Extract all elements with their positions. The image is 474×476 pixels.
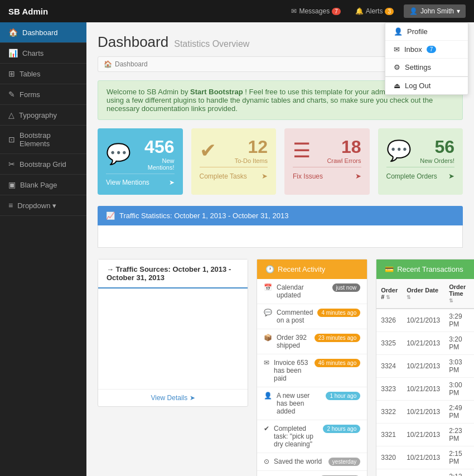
traffic-sources-panel: → Traffic Sources: October 1, 2013 - Oct… [98,259,248,476]
navbar-right: ✉ Messages 7 🔔 Alerts 3 👤 John Smith ▾ [287,4,466,18]
sidebar-item-tables[interactable]: ⊞ Tables [0,64,86,84]
logout-icon: ⏏ [394,81,400,90]
chevron-down-icon: ▾ [457,7,460,15]
user-dropdown-menu: 👤 Profile ✉ Inbox 7 ⚙ Settings ⏏ Log Out [385,22,468,95]
table-row: 3320 10/21/2013 2:15 PM $5663.54 [376,446,474,469]
alerts-button[interactable]: 🔔 Alerts 3 [351,5,398,17]
traffic-chart-area [98,289,248,389]
recent-activity-header: 🕐 Recent Activity [257,259,367,279]
recent-activity-panel: 🕐 Recent Activity 📅 Calendar updated jus… [257,259,367,476]
tables-icon: ⊞ [8,69,15,78]
activity-time: 1 hour ago [326,392,360,400]
complete-tasks-link[interactable]: Complete Tasks [200,172,247,180]
gear-icon: ⚙ [394,63,400,71]
settings-link[interactable]: ⚙ Settings [385,59,468,76]
sidebar-item-forms[interactable]: ✎ Forms [0,84,86,105]
activity-item: 📦 Order 392 shipped 23 minutes ago [257,329,367,354]
chart-icon: 📈 [106,211,115,220]
inbox-badge: 7 [427,46,437,53]
sidebar-item-dashboard[interactable]: 🏠 Dashboard [0,22,86,43]
lower-sections: → Traffic Sources: October 1, 2013 - Oct… [98,259,463,476]
col-time: Order Time ⇅ [444,279,470,309]
arrow-right-icon: ➤ [169,179,175,186]
elements-icon: ⊡ [8,135,15,144]
traffic-sources-header: → Traffic Sources: October 1, 2013 - Oct… [98,259,248,289]
user-icon: 👤 [409,7,418,15]
arrow-right-icon: ➤ [355,172,361,180]
profile-link[interactable]: 👤 Profile [385,23,468,41]
fix-issues-link[interactable]: Fix Issues [293,172,323,180]
messages-button[interactable]: ✉ Messages 7 [287,5,345,17]
orders-icon: 💬 [386,139,412,162]
activity-item: ✉ Invoice 653 has been paid 46 minutes a… [257,354,367,387]
transactions-table: Order # ⇅ Order Date ⇅ Order Time ⇅ Amou… [376,279,474,476]
recent-transactions-panel: 💳 Recent Transactions Order # ⇅ Order Da… [376,259,474,476]
bell-icon: 🔔 [355,7,364,15]
stat-card-todo: ✔ 12 To-Do Items Complete Tasks ➤ [191,128,277,195]
user-dropdown-button[interactable]: 👤 John Smith ▾ [404,4,466,18]
table-row: 3319 10/21/2013 2:13 PM $943.45 [376,469,474,477]
activity-list: 📅 Calendar updated just now 💬 Commented … [257,279,367,476]
arrow-right-icon: ➤ [262,172,268,180]
page-title: Dashboard [98,33,168,51]
traffic-stats-section: 📈 Traffic Statistics: October 1, 2013 - … [98,206,463,248]
dashboard-icon: 🏠 [8,28,18,37]
package-icon: 📦 [264,334,272,342]
logout-link[interactable]: ⏏ Log Out [385,77,468,94]
activity-time: yesterday [328,458,360,466]
activity-time: just now [332,283,361,292]
view-details-link[interactable]: View Details ➤ [98,389,248,406]
globe-icon: ⊙ [264,458,269,465]
errors-icon: ☰ [293,139,311,162]
sidebar-item-typography[interactable]: △ Typography [0,105,86,126]
sidebar: 🏠 Dashboard 📊 Charts ⊞ Tables ✎ Forms △ … [0,22,86,476]
table-row: 3323 10/21/2013 3:00 PM $23.71 [376,378,474,401]
invoice-icon: ✉ [264,359,269,367]
user-add-icon: 👤 [264,392,272,400]
stat-card-errors: ☰ 18 Crawl Errors Fix Issues ➤ [284,128,370,195]
home-icon: 🏠 [104,60,112,68]
envelope-icon: ✉ [291,7,297,15]
sidebar-item-dropdown[interactable]: ≡ Dropdown ▾ [0,195,86,216]
col-order: Order # ⇅ [376,279,402,309]
activity-item: ⊙ Saved the world yesterday [257,453,367,471]
page-subtitle: Statistics Overview [174,39,249,49]
activity-time: 46 minutes ago [315,359,360,367]
activity-item: 📅 Calendar updated just now [257,279,367,304]
activity-item: ✔ Completed task: "pick up dry cleaning"… [257,420,367,453]
complete-orders-link[interactable]: Complete Orders [386,172,437,180]
activity-time: 23 minutes ago [315,334,360,342]
todo-icon: ✔ [200,139,216,162]
forms-icon: ✎ [8,90,15,99]
dropdown-icon: ≡ [8,201,13,210]
view-mentions-link[interactable]: View Mentions [106,179,149,186]
comment-icon: 💬 [264,309,272,316]
stat-card-orders: 💬 56 New Orders! Complete Orders ➤ [378,128,463,195]
activity-time: 4 minutes ago [317,309,360,317]
check-icon: ✔ [264,425,269,432]
inbox-link[interactable]: ✉ Inbox 7 [385,41,468,59]
sidebar-item-bootstrap-elements[interactable]: ⊡ Bootstrap Elements [0,126,86,154]
calendar-icon: 📅 [264,283,272,291]
sidebar-item-charts[interactable]: 📊 Charts [0,43,86,64]
traffic-stats-header: 📈 Traffic Statistics: October 1, 2013 - … [98,206,463,225]
table-row: 3321 10/21/2013 2:23 PM $245.12 [376,424,474,446]
credit-card-icon: 💳 [385,265,394,273]
activity-item: 💬 Commented on a post 4 minutes ago [257,304,367,329]
table-row: 3322 10/21/2013 2:49 PM $8345.23 [376,401,474,424]
sidebar-item-bootstrap-grid[interactable]: ✂ Bootstrap Grid [0,154,86,175]
blank-icon: ▣ [8,180,16,189]
table-row: 3326 10/21/2013 3:29 PM $321.33 [376,309,474,332]
sidebar-item-blank-page[interactable]: ▣ Blank Page [0,175,86,195]
col-date: Order Date ⇅ [402,279,444,309]
typography-icon: △ [8,110,14,119]
recent-transactions-header: 💳 Recent Transactions [376,259,474,279]
stat-cards: 💬 456 New Mentions! View Mentions ➤ ✔ 12 [98,128,463,195]
arrow-right-icon: ➤ [448,172,454,180]
profile-icon: 👤 [394,27,403,36]
alerts-badge: 3 [385,8,394,15]
inbox-icon: ✉ [394,45,400,54]
col-amount: Amount (USD) ⇅ [470,279,474,309]
table-row: 3324 10/21/2013 3:03 PM $724.17 [376,355,474,378]
mentions-icon: 💬 [106,142,131,166]
